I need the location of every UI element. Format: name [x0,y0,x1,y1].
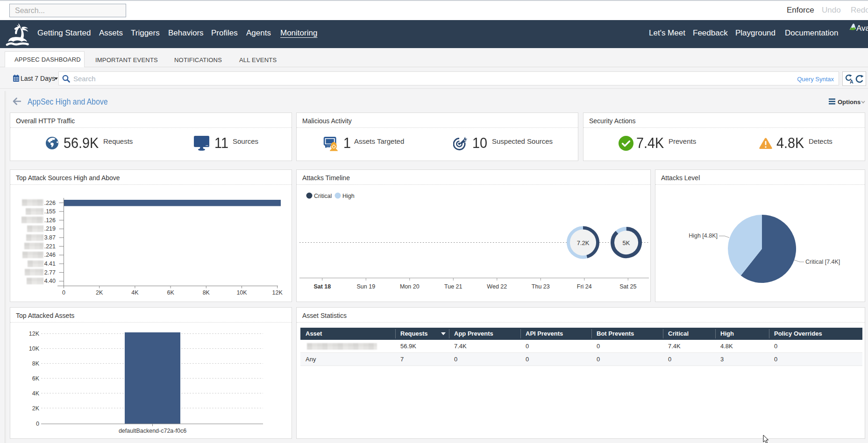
svg-text:Sat 18: Sat 18 [313,283,331,290]
svg-text:High [4.8K]: High [4.8K] [689,232,718,239]
svg-text:A: A [850,79,854,84]
svg-text:8K: 8K [203,289,210,296]
svg-text:12K: 12K [272,289,283,296]
svg-text:4K: 4K [131,289,139,296]
svg-text:0: 0 [36,421,39,427]
svg-text:.221: .221 [44,243,56,250]
svg-text:7.2K: 7.2K [577,239,590,246]
svg-text:.219: .219 [44,225,56,232]
svg-text:10K: 10K [236,289,247,296]
svg-text:.246: .246 [44,252,56,258]
svg-text:.226: .226 [44,200,56,206]
svg-text:2K: 2K [96,289,103,296]
svg-text:2.77: 2.77 [44,269,56,276]
svg-text:6K: 6K [167,289,174,296]
svg-text:.126: .126 [44,217,56,224]
svg-text:Thu 23: Thu 23 [532,283,550,290]
svg-text:Critical: Critical [314,193,332,199]
svg-text:Critical [7.4K]: Critical [7.4K] [805,259,840,265]
svg-text:5K: 5K [623,239,630,246]
svg-text:2K: 2K [32,405,40,412]
svg-text:12K: 12K [29,330,40,337]
svg-text:10K: 10K [29,345,40,352]
svg-text:Mon 20: Mon 20 [400,283,420,290]
svg-text:Sat 25: Sat 25 [619,283,636,290]
svg-text:Tue 21: Tue 21 [444,283,462,290]
svg-text:.155: .155 [44,208,56,215]
svg-text:4.40: 4.40 [44,278,56,284]
svg-text:Sun 19: Sun 19 [356,283,375,290]
svg-text:Wed 22: Wed 22 [487,283,507,290]
svg-text:6K: 6K [32,375,40,382]
svg-text:Fri 24: Fri 24 [577,283,592,290]
svg-text:High: High [342,193,355,199]
svg-text:0: 0 [62,289,65,296]
svg-text:4.41: 4.41 [44,260,56,267]
svg-text:8K: 8K [32,360,40,367]
svg-text:4K: 4K [32,390,40,397]
svg-text:defaultBackend-c72a-f0c6: defaultBackend-c72a-f0c6 [119,428,186,434]
svg-text:3.87: 3.87 [44,234,56,241]
